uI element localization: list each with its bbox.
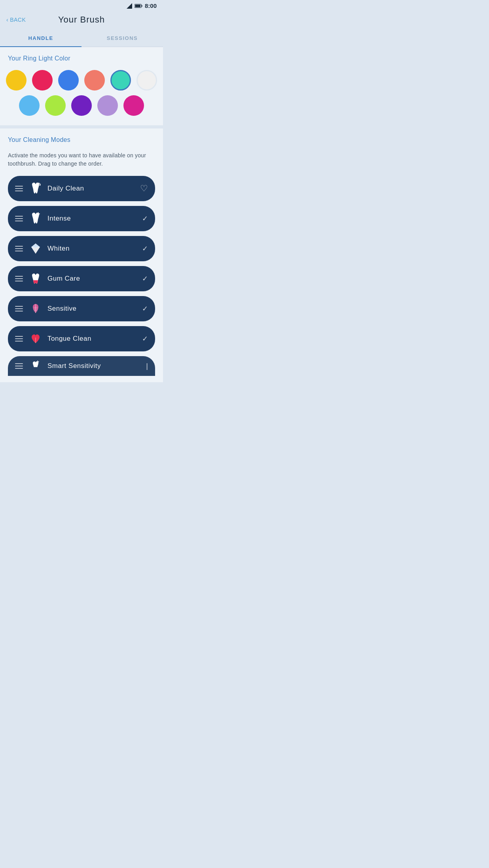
tab-sessions-label: SESSIONS (107, 35, 138, 41)
page-title: Your Brush (58, 15, 105, 25)
drag-handle-intense (15, 216, 23, 221)
tongue-clean-label: Tongue Clean (47, 335, 142, 343)
swatch-purple[interactable] (71, 95, 92, 116)
daily-clean-label: Daily Clean (47, 185, 140, 192)
sensitive-label: Sensitive (47, 305, 142, 313)
drag-handle-sensitive (15, 306, 23, 311)
daily-clean-icon (28, 181, 43, 196)
battery-icon (135, 4, 142, 8)
color-row-2 (19, 95, 144, 116)
mode-tongue-clean[interactable]: Tongue Clean ✓ (8, 326, 155, 351)
back-chevron-icon: ‹ (6, 17, 8, 23)
swatch-pink[interactable] (32, 70, 53, 91)
mode-daily-clean[interactable]: Daily Clean ♡ (8, 176, 155, 201)
cleaning-modes-title: Your Cleaning Modes (8, 136, 155, 143)
status-time: 8:00 (145, 2, 157, 9)
whiten-icon (28, 242, 43, 256)
back-label: BACK (10, 17, 26, 23)
gum-care-action: ✓ (142, 274, 148, 283)
gum-care-label: Gum Care (47, 275, 142, 283)
mode-gum-care[interactable]: Gum Care ✓ (8, 266, 155, 291)
back-button[interactable]: ‹ BACK (6, 17, 26, 23)
daily-clean-action: ♡ (140, 183, 148, 194)
gum-care-icon (28, 272, 43, 286)
drag-handle-tongue-clean (15, 336, 23, 342)
sensitive-icon (28, 302, 43, 316)
tabs: HANDLE SESSIONS (0, 30, 163, 47)
swatch-magenta[interactable] (123, 95, 144, 116)
swatch-teal[interactable] (110, 70, 131, 91)
intense-label: Intense (47, 215, 142, 223)
whiten-label: Whiten (47, 245, 142, 253)
swatch-salmon[interactable] (84, 70, 105, 91)
header: ‹ BACK Your Brush (0, 11, 163, 30)
color-row-1 (6, 70, 157, 91)
svg-rect-2 (142, 5, 142, 7)
tab-handle-label: HANDLE (28, 35, 53, 41)
sensitive-action: ✓ (142, 304, 148, 313)
mode-intense[interactable]: Intense ✓ (8, 206, 155, 231)
mode-smart-sensitivity[interactable]: Smart Sensitivity | (8, 356, 155, 376)
swatch-lightblue[interactable] (19, 95, 40, 116)
cleaning-modes-description: Activate the modes you want to have avai… (8, 151, 155, 168)
whiten-action: ✓ (142, 244, 148, 253)
tongue-clean-icon (28, 332, 43, 346)
intense-icon (28, 211, 43, 226)
swatch-blue[interactable] (58, 70, 79, 91)
drag-handle-smart (15, 363, 23, 369)
svg-marker-0 (127, 3, 132, 9)
status-bar: 8:00 (0, 0, 163, 11)
swatch-white[interactable] (136, 70, 157, 91)
drag-handle-gum-care (15, 276, 23, 281)
color-swatches (8, 70, 155, 116)
drag-handle-daily-clean (15, 186, 23, 191)
signal-icon (127, 3, 132, 9)
svg-marker-4 (39, 184, 41, 186)
svg-rect-3 (135, 4, 140, 7)
mode-whiten[interactable]: Whiten ✓ (8, 236, 155, 261)
ring-light-title: Your Ring Light Color (8, 55, 155, 62)
smart-icon (28, 359, 43, 373)
tongue-clean-action: ✓ (142, 334, 148, 343)
drag-handle-whiten (15, 246, 23, 251)
intense-action: ✓ (142, 214, 148, 223)
ring-light-section: Your Ring Light Color (0, 47, 163, 125)
tab-sessions[interactable]: SESSIONS (82, 30, 163, 47)
cleaning-modes-section: Your Cleaning Modes Activate the modes y… (0, 128, 163, 382)
swatch-lightgreen[interactable] (45, 95, 66, 116)
smart-sensitivity-label: Smart Sensitivity (47, 362, 146, 370)
smart-action: | (146, 362, 148, 370)
mode-sensitive[interactable]: Sensitive ✓ (8, 296, 155, 321)
tab-handle[interactable]: HANDLE (0, 30, 82, 47)
swatch-yellow[interactable] (6, 70, 27, 91)
swatch-lavender[interactable] (97, 95, 118, 116)
